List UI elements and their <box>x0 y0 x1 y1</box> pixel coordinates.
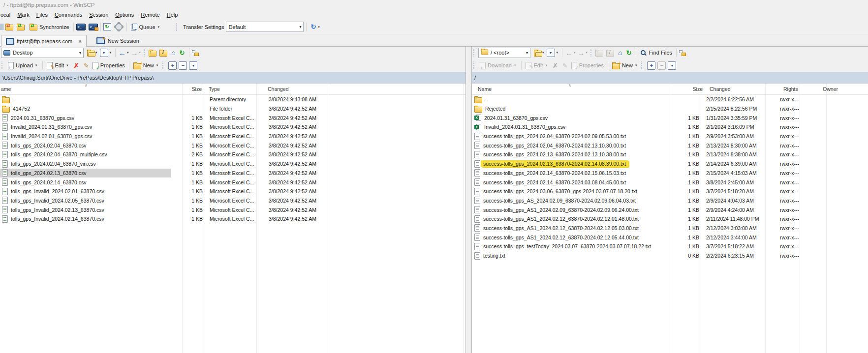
home-directory-icon[interactable]: ⌂ <box>171 49 175 57</box>
column-header-name[interactable]: ame <box>0 84 183 94</box>
file-row[interactable]: tolls_gps_Invalid_2024.02.14_63870.csv1 … <box>0 214 465 224</box>
console-icon[interactable]: >_ <box>76 24 86 30</box>
forward-icon[interactable]: → <box>131 49 138 57</box>
select-files-button[interactable]: + <box>168 61 177 70</box>
file-row[interactable]: ..Parent directory3/8/2024 9:43:08 AM <box>0 95 465 104</box>
unselect-files-button[interactable]: − <box>657 61 666 70</box>
chevron-down-icon[interactable]: ▾ <box>95 51 97 55</box>
column-header-size[interactable]: Size <box>676 84 706 94</box>
column-header-owner[interactable]: Owner <box>818 84 849 94</box>
filter-icon[interactable]: ▼ <box>547 49 555 57</box>
remote-path-bar[interactable]: / <box>472 72 868 83</box>
column-header-changed[interactable]: Changed <box>706 84 778 94</box>
file-row[interactable]: tolls_gps_Invalid_2024.02.13_63870.csv1 … <box>0 205 465 214</box>
filter-button[interactable]: ▼ <box>668 61 676 70</box>
column-divider[interactable] <box>463 84 464 353</box>
directory-tree-icon[interactable] <box>679 50 686 56</box>
file-row[interactable]: tolls_gps_2024.02.04_63870_vin.csv1 KBMi… <box>0 159 465 169</box>
filter-icon[interactable]: ▼ <box>100 49 108 57</box>
unselect-files-button[interactable]: − <box>179 61 187 70</box>
file-row[interactable]: tolls_gps_Invalid_2024.02.05_63870.csv1 … <box>0 196 465 206</box>
file-row[interactable]: Invalid_2024.02.01_63870_gps.csv1 KBMicr… <box>0 132 465 141</box>
menu-item-options[interactable]: Options <box>112 11 137 19</box>
file-row[interactable]: tolls_gps_2024.02.13_63870.csv1 KBMicros… <box>0 169 465 178</box>
edit-button[interactable]: Edit ▾ <box>45 61 71 70</box>
preferences-gear-icon[interactable] <box>115 23 123 30</box>
back-icon[interactable]: ← <box>565 49 573 57</box>
remote-directory-combobox[interactable]: / <root> ▾ <box>478 48 530 58</box>
transfer-options-icon[interactable]: ↻ <box>310 23 316 30</box>
menu-item-commands[interactable]: Commands <box>51 11 86 19</box>
properties-button[interactable]: Properties <box>91 61 126 70</box>
open-directory-icon[interactable] <box>87 51 95 57</box>
chevron-down-icon[interactable]: ▾ <box>110 51 112 55</box>
forward-icon[interactable]: → <box>578 49 585 57</box>
column-divider[interactable] <box>256 84 257 353</box>
file-row[interactable]: tolls_gps_2024.02.04_63870_multiple.csv2… <box>0 150 465 159</box>
close-tab-icon[interactable]: × <box>78 38 81 44</box>
parent-directory-icon[interactable] <box>149 51 156 57</box>
refresh-icon[interactable]: ↻ <box>626 49 632 57</box>
column-divider[interactable] <box>826 84 827 353</box>
column-divider[interactable] <box>800 84 800 353</box>
new-button[interactable]: New ▾ <box>132 61 161 70</box>
file-row[interactable]: 414752File folder3/8/2024 9:42:52 AM <box>0 104 465 114</box>
delete-icon[interactable]: ✗ <box>553 62 558 69</box>
file-row[interactable]: tolls_gps_Invalid_2024.02.01_63870.csv1 … <box>0 187 465 196</box>
rename-icon[interactable]: ✎ <box>562 62 568 69</box>
file-row[interactable]: tolls_gps_2024.02.04_63870.csv1 KBMicros… <box>0 141 465 150</box>
column-divider[interactable] <box>697 84 697 353</box>
session-tab[interactable]: ftptst@ftp.prepass.com × <box>1 35 87 47</box>
column-divider[interactable] <box>182 84 183 353</box>
file-row[interactable]: Invalid_2024.01.31_63870_gps.csv1 KBMicr… <box>0 122 465 132</box>
select-files-button[interactable]: + <box>647 61 655 70</box>
queue-button[interactable]: Queue ▾ <box>129 23 163 31</box>
chevron-down-icon[interactable]: ▾ <box>542 51 544 55</box>
directory-tree-icon[interactable] <box>192 50 199 56</box>
column-divider[interactable] <box>328 84 328 353</box>
menu-item-ocal[interactable]: ocal <box>0 11 14 19</box>
menu-item-mark[interactable]: Mark <box>14 11 32 19</box>
rename-icon[interactable]: ✎ <box>84 62 89 69</box>
menu-item-session[interactable]: Session <box>86 11 112 19</box>
file-row[interactable]: tolls_gps_2024.02.14_63870.csv1 KBMicros… <box>0 177 465 187</box>
chevron-down-icon[interactable]: ▾ <box>557 51 558 55</box>
refresh-session-icon[interactable]: ↻ <box>103 23 111 30</box>
chevron-down-icon[interactable]: ▾ <box>574 51 576 55</box>
delete-icon[interactable]: ✗ <box>74 62 79 69</box>
column-divider[interactable] <box>765 84 766 353</box>
upload-button[interactable]: Upload ▾ <box>6 61 40 70</box>
new-session-button[interactable]: New Session <box>92 35 144 46</box>
open-directory-icon[interactable] <box>534 51 542 57</box>
properties-button[interactable]: Properties <box>570 61 605 70</box>
find-files-button[interactable]: Find Files <box>639 49 674 57</box>
menu-item-remote[interactable]: Remote <box>137 11 163 19</box>
parent-directory-icon[interactable] <box>595 51 603 57</box>
column-header-name[interactable]: Name <box>472 84 676 94</box>
menu-item-files[interactable]: Files <box>33 11 51 19</box>
chevron-down-icon[interactable]: ▾ <box>586 51 588 55</box>
local-directory-combobox[interactable]: Desktop ▾ <box>1 48 84 58</box>
refresh-icon[interactable]: ↻ <box>180 49 185 57</box>
column-header-type[interactable]: Type <box>205 84 264 94</box>
transfer-settings-combobox[interactable]: Default ▾ <box>226 22 304 32</box>
column-divider[interactable] <box>201 84 201 353</box>
column-header-changed[interactable]: Changed <box>264 84 339 94</box>
local-path-bar[interactable]: \Users\Chirag.Surti\OneDrive - PrePass\D… <box>0 72 465 83</box>
disconnect-session-icon[interactable] <box>5 25 13 30</box>
file-row[interactable]: 2024.01.31_63870_gps.csv1 KBMicrosoft Ex… <box>0 113 465 122</box>
new-button[interactable]: New ▾ <box>611 61 640 70</box>
column-divider[interactable] <box>670 84 670 353</box>
synchronize-browsing-icon[interactable] <box>17 25 25 30</box>
edit-button[interactable]: Edit ▾ <box>524 61 550 70</box>
column-header-rights[interactable]: Rights <box>778 84 818 94</box>
download-button[interactable]: Download ▾ <box>478 61 519 70</box>
filter-button[interactable]: ▼ <box>189 61 197 70</box>
menu-item-help[interactable]: Help <box>163 11 182 19</box>
synchronize-button[interactable]: Synchronize <box>28 22 71 31</box>
back-icon[interactable]: ← <box>119 49 126 57</box>
column-header-size[interactable]: Size <box>183 84 205 94</box>
clipped-session-icon[interactable] <box>0 24 3 30</box>
chevron-down-icon[interactable]: ▾ <box>318 25 320 29</box>
chevron-down-icon[interactable]: ▾ <box>139 51 141 55</box>
